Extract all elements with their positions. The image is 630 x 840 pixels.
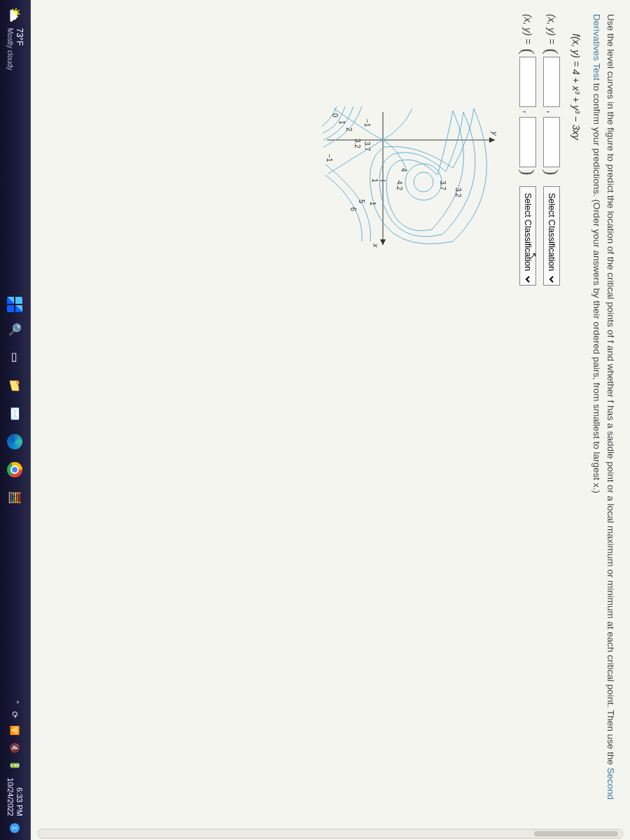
pair-comma: , [547, 111, 558, 113]
close-paren-2: ) [519, 169, 538, 176]
weather-icon: ⛅ [8, 7, 23, 22]
answer-row-1: (x, y) = ( , ) Select Classification [543, 14, 561, 826]
contour-label: 2 [346, 127, 354, 132]
x-axis-label: x [372, 243, 381, 248]
instructions-part1: Use the level curves in the figure to pr… [606, 14, 616, 768]
answer-label: (x, y) = [547, 14, 558, 44]
contour-label: 3.7 [364, 141, 372, 151]
close-paren: ) [543, 169, 561, 176]
contour-label: 5 [358, 200, 366, 204]
y-axis-label: y [491, 131, 500, 136]
contour-label: 3.7 [440, 181, 447, 190]
scrollbar-thumb[interactable] [534, 831, 618, 836]
answer-x-2[interactable] [520, 57, 537, 107]
contour-label: 0 [332, 113, 340, 118]
clock-time: 6:33 PM [15, 788, 24, 816]
x-tick-1: 1 [372, 178, 379, 183]
contour-label: 3.2 [354, 139, 362, 148]
answer-label-2: (x, y) = [523, 14, 534, 44]
open-paren: ( [543, 48, 561, 55]
cursor-icon: ↖ [528, 252, 539, 260]
weather-widget[interactable]: ⛅ 73°F Mostly cloudy [6, 7, 23, 105]
classification-select-1[interactable]: Select Classification [544, 186, 561, 286]
open-paren-2: ( [519, 48, 538, 55]
speaker-muted-icon[interactable]: 🔇 [10, 743, 20, 753]
svg-point-6 [406, 164, 442, 200]
pair-comma-2: , [523, 111, 534, 113]
contour-label: 1 [370, 202, 377, 206]
answer-y-1[interactable] [544, 117, 561, 167]
level-curve-figure: x y 1 [321, 98, 503, 252]
answer-x-1[interactable] [544, 57, 561, 107]
wifi-icon[interactable]: 🛜 [10, 725, 20, 736]
svg-marker-1 [381, 239, 386, 245]
chrome-icon[interactable] [5, 459, 26, 480]
notification-count: 1 [12, 826, 19, 830]
contour-label: 4.2 [396, 181, 404, 190]
cloud-sync-icon[interactable]: ⟳ [10, 711, 20, 718]
contour-label: 3.2 [455, 188, 463, 197]
contour-label: −1 [326, 154, 334, 162]
weather-condition: Mostly cloudy [6, 28, 14, 71]
problem-instructions: Use the level curves in the figure to pr… [589, 14, 618, 826]
chevron-up-icon[interactable]: ˄ [10, 700, 20, 704]
equation: f(x, y) = 4 + x³ + y³ − 3xy [571, 34, 582, 826]
taskbar: ⛅ 73°F Mostly cloudy 🔍 ▭ 📁 ✉️ 🧮 ˄ ⟳ 🛜 🔇 … [0, 0, 31, 840]
edge-icon[interactable] [5, 431, 26, 452]
taskbar-center: 🔍 ▭ 📁 ✉️ 🧮 [5, 105, 26, 700]
start-button[interactable] [8, 297, 23, 312]
notifications-badge[interactable]: 1 [10, 823, 20, 833]
task-view-icon[interactable]: ▭ [5, 347, 26, 368]
battery-icon[interactable]: 🔋 [10, 760, 20, 771]
instructions-part2: to confirm your predictions. (Order your… [592, 83, 602, 493]
system-tray: ˄ ⟳ 🛜 🔇 🔋 6:33 PM 10/24/2022 1 [6, 700, 23, 833]
contour-label: 4 [400, 168, 408, 172]
explorer-icon[interactable]: 📁 [5, 375, 26, 396]
contour-label: 1 [339, 120, 346, 125]
svg-marker-3 [490, 137, 496, 143]
problem-content: Use the level curves in the figure to pr… [31, 0, 630, 840]
calculator-icon[interactable]: 🧮 [5, 487, 26, 508]
vertical-scrollbar[interactable] [38, 829, 623, 839]
svg-point-5 [414, 172, 434, 192]
weather-temp: 73°F [14, 28, 23, 71]
mail-icon[interactable]: ✉️ [5, 403, 26, 424]
search-icon[interactable]: 🔍 [5, 319, 26, 340]
classification-select-2[interactable]: Select Classification [520, 186, 537, 286]
contour-label: 6 [350, 207, 358, 211]
taskbar-clock[interactable]: 6:33 PM 10/24/2022 [6, 778, 23, 816]
answer-row-2: (x, y) = ( , ) Select Classification [519, 14, 538, 826]
clock-date: 10/24/2022 [6, 778, 15, 816]
answer-y-2[interactable] [520, 117, 537, 167]
contour-label: −1 [364, 119, 372, 127]
